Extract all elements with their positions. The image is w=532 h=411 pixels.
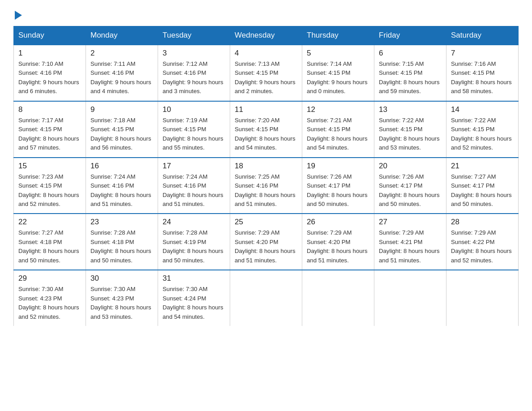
calendar-day-cell: 15 Sunrise: 7:23 AMSunset: 4:15 PMDaylig… <box>14 158 86 214</box>
weekday-header-thursday: Thursday <box>302 26 374 45</box>
calendar-day-cell: 23 Sunrise: 7:28 AMSunset: 4:18 PMDaylig… <box>86 214 158 270</box>
day-number: 28 <box>451 218 514 227</box>
day-info: Sunrise: 7:27 AMSunset: 4:18 PMDaylight:… <box>18 228 81 265</box>
calendar-table: SundayMondayTuesdayWednesdayThursdayFrid… <box>13 26 519 326</box>
day-info: Sunrise: 7:26 AMSunset: 4:17 PMDaylight:… <box>307 172 369 209</box>
calendar-day-cell: 11 Sunrise: 7:20 AMSunset: 4:15 PMDaylig… <box>230 101 302 158</box>
day-number: 16 <box>90 162 153 171</box>
day-number: 22 <box>18 218 81 227</box>
page-header <box>13 9 519 18</box>
calendar-day-cell: 27 Sunrise: 7:29 AMSunset: 4:21 PMDaylig… <box>374 214 446 270</box>
calendar-day-cell: 28 Sunrise: 7:29 AMSunset: 4:22 PMDaylig… <box>446 214 519 270</box>
calendar-day-cell: 7 Sunrise: 7:16 AMSunset: 4:15 PMDayligh… <box>446 45 519 101</box>
day-info: Sunrise: 7:17 AMSunset: 4:15 PMDaylight:… <box>18 116 81 153</box>
weekday-header-saturday: Saturday <box>446 26 519 45</box>
calendar-empty-cell <box>446 270 519 326</box>
day-number: 23 <box>90 218 153 227</box>
day-number: 20 <box>379 162 442 171</box>
calendar-day-cell: 14 Sunrise: 7:22 AMSunset: 4:15 PMDaylig… <box>446 101 519 158</box>
day-number: 17 <box>163 162 225 171</box>
day-info: Sunrise: 7:26 AMSunset: 4:17 PMDaylight:… <box>379 172 442 209</box>
day-info: Sunrise: 7:29 AMSunset: 4:21 PMDaylight:… <box>379 228 442 265</box>
day-number: 2 <box>90 49 153 58</box>
calendar-day-cell: 18 Sunrise: 7:25 AMSunset: 4:16 PMDaylig… <box>230 158 302 214</box>
calendar-day-cell: 22 Sunrise: 7:27 AMSunset: 4:18 PMDaylig… <box>14 214 86 270</box>
calendar-day-cell: 4 Sunrise: 7:13 AMSunset: 4:15 PMDayligh… <box>230 45 302 101</box>
calendar-day-cell: 20 Sunrise: 7:26 AMSunset: 4:17 PMDaylig… <box>374 158 446 214</box>
calendar-empty-cell <box>374 270 446 326</box>
day-info: Sunrise: 7:29 AMSunset: 4:20 PMDaylight:… <box>307 228 369 265</box>
day-info: Sunrise: 7:12 AMSunset: 4:16 PMDaylight:… <box>163 60 225 96</box>
day-info: Sunrise: 7:22 AMSunset: 4:15 PMDaylight:… <box>379 116 442 153</box>
day-number: 24 <box>163 218 225 227</box>
calendar-day-cell: 6 Sunrise: 7:15 AMSunset: 4:15 PMDayligh… <box>374 45 446 101</box>
calendar-day-cell: 5 Sunrise: 7:14 AMSunset: 4:15 PMDayligh… <box>302 45 374 101</box>
weekday-header-sunday: Sunday <box>14 26 86 45</box>
day-number: 27 <box>379 218 442 227</box>
day-number: 26 <box>307 218 369 227</box>
calendar-day-cell: 26 Sunrise: 7:29 AMSunset: 4:20 PMDaylig… <box>302 214 374 270</box>
calendar-day-cell: 25 Sunrise: 7:29 AMSunset: 4:20 PMDaylig… <box>230 214 302 270</box>
day-info: Sunrise: 7:11 AMSunset: 4:16 PMDaylight:… <box>90 60 153 96</box>
day-info: Sunrise: 7:24 AMSunset: 4:16 PMDaylight:… <box>163 172 225 209</box>
calendar-day-cell: 31 Sunrise: 7:30 AMSunset: 4:24 PMDaylig… <box>158 270 230 326</box>
calendar-week-row: 22 Sunrise: 7:27 AMSunset: 4:18 PMDaylig… <box>14 214 519 270</box>
day-info: Sunrise: 7:29 AMSunset: 4:20 PMDaylight:… <box>235 228 297 265</box>
day-number: 5 <box>307 49 369 58</box>
day-number: 14 <box>451 105 514 114</box>
day-number: 7 <box>451 49 514 58</box>
day-number: 18 <box>235 162 297 171</box>
day-info: Sunrise: 7:29 AMSunset: 4:22 PMDaylight:… <box>451 228 514 265</box>
day-info: Sunrise: 7:21 AMSunset: 4:15 PMDaylight:… <box>307 116 369 153</box>
calendar-empty-cell <box>302 270 374 326</box>
day-info: Sunrise: 7:18 AMSunset: 4:15 PMDaylight:… <box>90 116 153 153</box>
weekday-header-row: SundayMondayTuesdayWednesdayThursdayFrid… <box>14 26 519 45</box>
day-info: Sunrise: 7:22 AMSunset: 4:15 PMDaylight:… <box>451 116 514 153</box>
calendar-week-row: 1 Sunrise: 7:10 AMSunset: 4:16 PMDayligh… <box>14 45 519 101</box>
day-info: Sunrise: 7:15 AMSunset: 4:15 PMDaylight:… <box>379 60 442 96</box>
calendar-day-cell: 3 Sunrise: 7:12 AMSunset: 4:16 PMDayligh… <box>158 45 230 101</box>
day-number: 3 <box>163 49 225 58</box>
calendar-day-cell: 24 Sunrise: 7:28 AMSunset: 4:19 PMDaylig… <box>158 214 230 270</box>
calendar-day-cell: 13 Sunrise: 7:22 AMSunset: 4:15 PMDaylig… <box>374 101 446 158</box>
calendar-week-row: 15 Sunrise: 7:23 AMSunset: 4:15 PMDaylig… <box>14 158 519 214</box>
calendar-day-cell: 17 Sunrise: 7:24 AMSunset: 4:16 PMDaylig… <box>158 158 230 214</box>
day-info: Sunrise: 7:24 AMSunset: 4:16 PMDaylight:… <box>90 172 153 209</box>
day-number: 15 <box>18 162 81 171</box>
calendar-day-cell: 19 Sunrise: 7:26 AMSunset: 4:17 PMDaylig… <box>302 158 374 214</box>
day-number: 10 <box>163 105 225 114</box>
day-number: 1 <box>18 49 81 58</box>
weekday-header-monday: Monday <box>86 26 158 45</box>
calendar-day-cell: 16 Sunrise: 7:24 AMSunset: 4:16 PMDaylig… <box>86 158 158 214</box>
day-info: Sunrise: 7:25 AMSunset: 4:16 PMDaylight:… <box>235 172 297 209</box>
day-info: Sunrise: 7:30 AMSunset: 4:23 PMDaylight:… <box>18 285 81 321</box>
logo-arrow-icon <box>15 11 22 20</box>
day-info: Sunrise: 7:27 AMSunset: 4:17 PMDaylight:… <box>451 172 514 209</box>
weekday-header-tuesday: Tuesday <box>158 26 230 45</box>
day-number: 6 <box>379 49 442 58</box>
day-number: 25 <box>235 218 297 227</box>
day-number: 19 <box>307 162 369 171</box>
calendar-day-cell: 8 Sunrise: 7:17 AMSunset: 4:15 PMDayligh… <box>14 101 86 158</box>
calendar-week-row: 8 Sunrise: 7:17 AMSunset: 4:15 PMDayligh… <box>14 101 519 158</box>
calendar-day-cell: 12 Sunrise: 7:21 AMSunset: 4:15 PMDaylig… <box>302 101 374 158</box>
calendar-day-cell: 2 Sunrise: 7:11 AMSunset: 4:16 PMDayligh… <box>86 45 158 101</box>
day-info: Sunrise: 7:20 AMSunset: 4:15 PMDaylight:… <box>235 116 297 153</box>
day-number: 13 <box>379 105 442 114</box>
day-info: Sunrise: 7:28 AMSunset: 4:19 PMDaylight:… <box>163 228 225 265</box>
day-info: Sunrise: 7:14 AMSunset: 4:15 PMDaylight:… <box>307 60 369 96</box>
day-number: 11 <box>235 105 297 114</box>
day-number: 29 <box>18 274 81 283</box>
day-info: Sunrise: 7:16 AMSunset: 4:15 PMDaylight:… <box>451 60 514 96</box>
day-number: 8 <box>18 105 81 114</box>
day-info: Sunrise: 7:30 AMSunset: 4:23 PMDaylight:… <box>90 285 153 321</box>
logo <box>13 9 22 18</box>
calendar-day-cell: 29 Sunrise: 7:30 AMSunset: 4:23 PMDaylig… <box>14 270 86 326</box>
calendar-day-cell: 21 Sunrise: 7:27 AMSunset: 4:17 PMDaylig… <box>446 158 519 214</box>
day-number: 31 <box>163 274 225 283</box>
day-info: Sunrise: 7:28 AMSunset: 4:18 PMDaylight:… <box>90 228 153 265</box>
day-number: 9 <box>90 105 153 114</box>
day-number: 4 <box>235 49 297 58</box>
day-info: Sunrise: 7:19 AMSunset: 4:15 PMDaylight:… <box>163 116 225 153</box>
calendar-day-cell: 1 Sunrise: 7:10 AMSunset: 4:16 PMDayligh… <box>14 45 86 101</box>
